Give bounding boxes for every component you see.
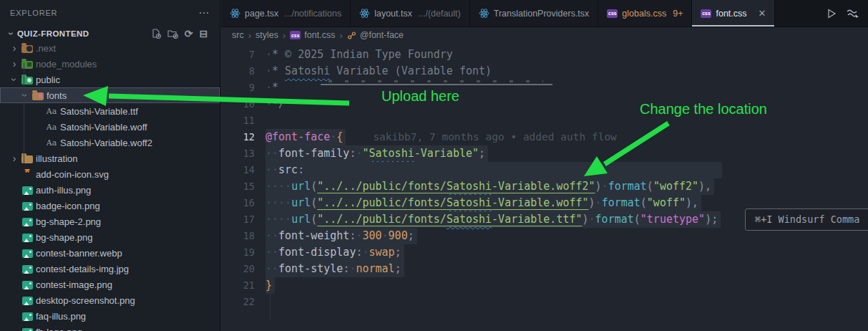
line-number: 7: [221, 47, 255, 63]
tree-item-node-modules[interactable]: ›node_modules: [0, 56, 220, 72]
image-file-icon: [22, 234, 33, 242]
symbol-ruleset-icon: [347, 31, 356, 40]
code-line-22[interactable]: 22: [221, 294, 868, 310]
chevron-down-icon[interactable]: ›: [9, 74, 20, 85]
tree-item-bg-shape-png[interactable]: ›bg-shape.png: [0, 229, 220, 245]
tree-item-add-coin-icon-svg[interactable]: ›*add-coin-icon.svg: [0, 166, 220, 182]
tree-item-bg-shape-2-png[interactable]: ›bg-shape-2.png: [0, 214, 220, 229]
chevron-right-icon[interactable]: ›: [9, 58, 20, 69]
new-folder-icon[interactable]: [167, 29, 178, 39]
tab-label: layout.tsx: [374, 9, 412, 19]
tree-item-label: contest-details-img.jpg: [36, 264, 129, 274]
breadcrumb-item[interactable]: font.css: [304, 30, 335, 40]
project-name: QUIZ-FRONTEND: [17, 29, 89, 38]
code-line-12[interactable]: 12@font-face·{sakibb7, 7 months ago • ad…: [221, 129, 868, 145]
tree-item-badge-icon-png[interactable]: ›badge-icon.png: [0, 198, 220, 214]
image-file-icon: [22, 281, 33, 289]
tab-close-icon[interactable]: ✕: [759, 8, 766, 19]
tab-page-tsx[interactable]: page.tsx.../notifications: [221, 0, 351, 27]
tree-item-next[interactable]: ›.next: [0, 40, 220, 56]
code-line-15[interactable]: 15····url("../../public/fonts/Satoshi-Va…: [221, 178, 868, 195]
line-number: 17: [221, 211, 255, 228]
tree-item-auth-illus-png[interactable]: ›auth-illus.png: [0, 182, 220, 198]
code-line-8[interactable]: 8·* Satoshi Variable (Variable font): [221, 63, 868, 80]
tree-item-label: auth-illus.png: [36, 185, 91, 196]
line-number: 8: [221, 63, 255, 80]
tab-globals-css[interactable]: cssglobals.css9+: [598, 0, 692, 27]
windsurf-cascade-icon[interactable]: [847, 9, 859, 19]
line-number: 14: [221, 162, 255, 178]
tree-item-illustration[interactable]: ›illustration: [0, 150, 220, 166]
code-line-11[interactable]: 11: [221, 112, 868, 129]
font-file-icon: Aa: [47, 138, 57, 148]
tree-item-fonts[interactable]: ›fonts: [0, 87, 220, 103]
code-line-13[interactable]: 13··font-family:·"Satoshi-Variable";: [221, 145, 868, 162]
image-file-icon: [22, 249, 33, 258]
tree-item-satoshi-variable-woff2[interactable]: ›AaSatoshi-Variable.woff2: [0, 135, 220, 150]
code-line-19[interactable]: 19··font-display:·swap;: [221, 244, 868, 261]
windsurf-command-hint: ⌘+I Windsurf Comma: [745, 208, 868, 231]
code-line-7[interactable]: 7·* © 2025 Indian Type Foundry: [221, 47, 868, 63]
tree-item-label: badge-icon.png: [36, 201, 100, 211]
explorer-title: EXPLORER: [10, 9, 57, 17]
tree-item-contest-details-img-jpg[interactable]: ›contest-details-img.jpg: [0, 261, 220, 277]
tab-path-hint: .../(default): [418, 9, 461, 19]
folder-next-icon: [21, 45, 33, 53]
new-file-icon[interactable]: [151, 29, 161, 39]
code-line-14[interactable]: 14··src:: [221, 162, 868, 178]
code-line-21[interactable]: 21}: [221, 277, 868, 294]
chevron-down-icon[interactable]: ›: [19, 90, 31, 101]
code-editor[interactable]: 7·* © 2025 Indian Type Foundry8·* Satosh…: [221, 43, 868, 331]
chevron-right-icon[interactable]: ›: [9, 42, 20, 54]
code-line-10[interactable]: 10·*/: [221, 96, 868, 112]
react-icon: [479, 8, 489, 19]
tree-item-faq-illus-png[interactable]: ›faq-illus.png: [0, 308, 220, 324]
refresh-icon[interactable]: ⟳: [185, 29, 193, 39]
tree-item-satoshi-variable-woff[interactable]: ›AaSatoshi-Variable.woff: [0, 119, 220, 135]
explorer-more-icon[interactable]: ⋯: [198, 6, 210, 19]
line-number: 9: [221, 80, 255, 96]
image-file-icon: [22, 297, 33, 305]
breadcrumb-item[interactable]: @font-face: [360, 30, 404, 40]
project-root-row[interactable]: › QUIZ-FRONTEND ⟳ ⊟: [0, 26, 220, 42]
annotation-upload-here: Upload here: [381, 88, 459, 105]
tab-layout-tsx[interactable]: layout.tsx.../(default): [351, 0, 470, 27]
tree-item-public[interactable]: ›public: [0, 72, 220, 87]
tab-translationproviders-tsx[interactable]: TranslationProviders.tsx: [470, 0, 599, 27]
line-number: 21: [221, 277, 255, 294]
tree-item-label: desktop-screenshot.png: [36, 295, 135, 306]
tree-item-label: add-coin-icon.svg: [36, 169, 109, 180]
breadcrumb-separator-icon: ›: [339, 30, 342, 41]
line-number: 12: [221, 129, 255, 145]
tree-item-label: public: [36, 75, 60, 85]
tree-item-label: node_modules: [36, 59, 97, 69]
code-line-9[interactable]: 9·*: [221, 80, 868, 96]
image-file-icon: [22, 218, 33, 226]
tree-item-contest-banner-webp[interactable]: ›contest-banner.webp: [0, 245, 220, 261]
breadcrumb-item[interactable]: styles: [255, 30, 278, 40]
tab-font-css[interactable]: cssfont.css✕: [692, 0, 775, 27]
image-file-icon: [22, 328, 33, 331]
line-number: 22: [221, 294, 255, 310]
explorer-header: EXPLORER ⋯: [0, 0, 220, 26]
font-file-icon: Aa: [47, 123, 57, 132]
tree-item-desktop-screenshot-png[interactable]: ›desktop-screenshot.png: [0, 292, 220, 308]
code-line-20[interactable]: 20··font-style:·normal;: [221, 261, 868, 277]
breadcrumb-item[interactable]: src: [232, 30, 244, 40]
css-file-icon: css: [290, 31, 301, 39]
collapse-all-icon[interactable]: ⊟: [200, 29, 208, 39]
explorer-sidebar: EXPLORER ⋯ › QUIZ-FRONTEND ⟳ ⊟ ›.next›no…: [0, 0, 220, 331]
file-tree: ›.next›node_modules›public›fonts›AaSatos…: [0, 40, 220, 331]
run-file-icon[interactable]: [826, 9, 837, 19]
chevron-right-icon[interactable]: ›: [9, 153, 20, 164]
breadcrumb-separator-icon: ›: [248, 30, 251, 41]
line-number: 10: [221, 96, 255, 112]
tree-item-satoshi-variable-ttf[interactable]: ›AaSatoshi-Variable.ttf: [0, 103, 220, 119]
line-number: 11: [221, 112, 255, 129]
tree-item-label: illustration: [36, 153, 78, 164]
tab-bar: page.tsx.../notificationslayout.tsx.../(…: [221, 0, 868, 27]
tree-item-label: fb-logo.png: [36, 327, 82, 331]
tree-item-contest-image-png[interactable]: ›contest-image.png: [0, 277, 220, 292]
tree-item-fb-logo-png[interactable]: ›fb-logo.png: [0, 324, 220, 331]
line-number: 20: [221, 261, 255, 277]
